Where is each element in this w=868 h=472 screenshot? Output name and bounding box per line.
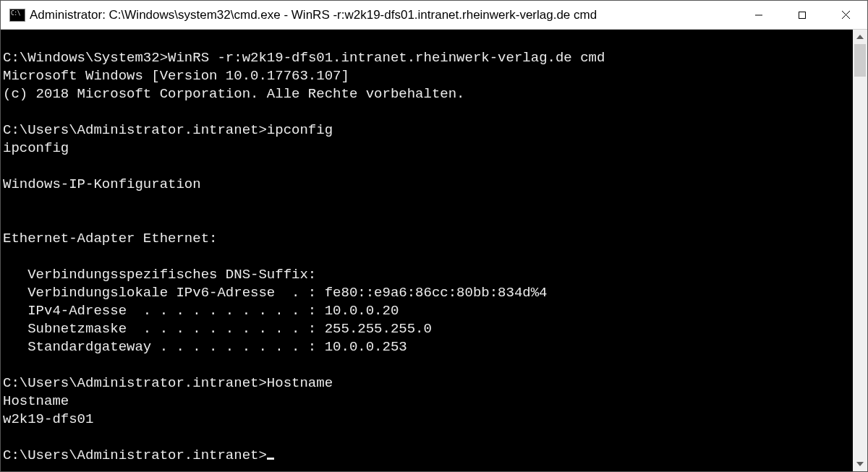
svg-rect-1 (799, 12, 806, 18)
window-title: Administrator: C:\Windows\system32\cmd.e… (30, 8, 737, 22)
output-line: IPv4-Adresse . . . . . . . . . . : 10.0.… (3, 303, 399, 319)
terminal-output[interactable]: C:\Windows\System32>WinRS -r:w2k19-dfs01… (1, 30, 853, 471)
cursor (267, 458, 274, 460)
output-line: Subnetzmaske . . . . . . . . . . : 255.2… (3, 321, 432, 337)
scroll-down-button[interactable] (853, 457, 867, 471)
output-line: w2k19-dfs01 (3, 411, 93, 427)
output-line: ipconfig (3, 140, 69, 156)
output-line: Standardgateway . . . . . . . . . : 10.0… (3, 339, 407, 355)
title-bar[interactable]: Administrator: C:\Windows\system32\cmd.e… (1, 1, 867, 30)
output-line: Microsoft Windows [Version 10.0.17763.10… (3, 68, 349, 84)
output-line: (c) 2018 Microsoft Corporation. Alle Rec… (3, 86, 465, 102)
output-line: Verbindungslokale IPv6-Adresse . : fe80:… (3, 285, 548, 301)
output-line: Hostname (3, 393, 69, 409)
window-controls (737, 1, 867, 29)
prompt: C:\Users\Administrator.intranet> (3, 122, 267, 138)
prompt: C:\Users\Administrator.intranet> (3, 375, 267, 391)
svg-marker-5 (856, 462, 864, 466)
client-area: C:\Windows\System32>WinRS -r:w2k19-dfs01… (1, 30, 867, 471)
cmd-window: Administrator: C:\Windows\system32\cmd.e… (1, 1, 867, 471)
command-text: Hostname (267, 375, 333, 391)
maximize-button[interactable] (780, 1, 824, 29)
output-line: Ethernet-Adapter Ethernet: (3, 231, 217, 246)
prompt: C:\Windows\System32> (3, 50, 168, 66)
cmd-icon (9, 9, 25, 22)
scroll-up-button[interactable] (853, 30, 867, 44)
output-line: Windows-IP-Konfiguration (3, 176, 201, 192)
minimize-button[interactable] (737, 1, 780, 29)
close-button[interactable] (824, 1, 867, 29)
command-text: WinRS -r:w2k19-dfs01.intranet.rheinwerk-… (168, 50, 605, 66)
scroll-thumb[interactable] (854, 44, 866, 77)
scroll-track[interactable] (853, 44, 867, 457)
prompt: C:\Users\Administrator.intranet> (3, 447, 267, 463)
output-line: Verbindungsspezifisches DNS-Suffix: (3, 267, 316, 283)
svg-marker-4 (856, 35, 864, 39)
vertical-scrollbar[interactable] (853, 30, 867, 471)
command-text: ipconfig (267, 122, 333, 138)
